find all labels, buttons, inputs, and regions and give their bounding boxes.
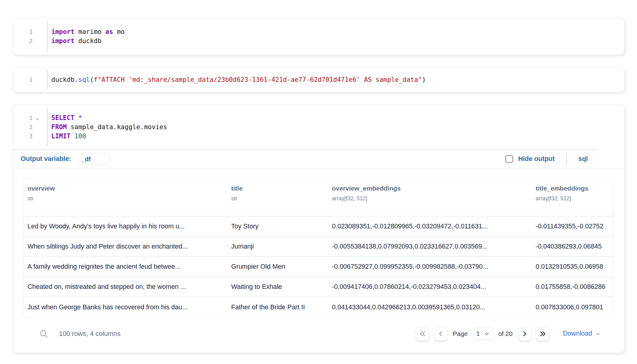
column-type: str [231, 195, 328, 202]
code-line[interactable]: 2import duckdb [13, 36, 624, 46]
table-body: Led by Woody, Andy's toys live happily i… [24, 217, 613, 317]
code-text: LIMIT 100 [47, 132, 86, 141]
line-number: 2 [13, 122, 33, 132]
chevron-left-icon [437, 330, 445, 338]
page-select[interactable]: 1 [473, 328, 493, 340]
code-editor[interactable]: 1import marimo as mo2import duckdb [13, 18, 624, 55]
column-name: title_embeddings [536, 184, 613, 193]
pagination: Page 1 of 20 Download [416, 327, 601, 341]
chevron-right-icon [521, 330, 529, 338]
column-header-title[interactable]: titlestr [227, 179, 328, 216]
table-row: When siblings Judy and Peter discover an… [24, 237, 613, 257]
code-cell-attach: 1duckdb.sql(f"ATTACH 'md:_share/sample_d… [12, 67, 625, 92]
fold-chevron-icon[interactable] [33, 115, 47, 122]
download-label: Download [563, 330, 592, 337]
table-row: Just when George Banks has recovered fro… [24, 297, 613, 317]
column-name: title [231, 184, 328, 193]
code-editor[interactable]: 1duckdb.sql(f"ATTACH 'md:_share/sample_d… [13, 67, 624, 92]
code-editor[interactable]: 1SELECT *2FROM sample_data.kaggle.movies… [13, 105, 624, 149]
page-select-value: 1 [476, 330, 480, 337]
table-cell: 0.023089351,-0.012809965,-0.03209472,-0.… [328, 223, 532, 230]
code-line[interactable]: 2FROM sample_data.kaggle.movies [13, 122, 624, 132]
line-number: 1 [13, 27, 33, 36]
code-text: duckdb.sql(f"ATTACH 'md:_share/sample_da… [47, 75, 426, 84]
chevron-down-icon [484, 331, 490, 337]
table-cell: -0.011439355,-0.02752 [532, 223, 613, 230]
line-number: 1 [13, 113, 33, 122]
chevrons-left-icon [419, 330, 427, 338]
table-cell: Cheated on, mistreated and stepped on, t… [24, 283, 227, 291]
table-cell: Waiting to Exhale [227, 283, 328, 291]
dataframe-table: overviewstrtitlestroverview_embeddingsar… [23, 179, 613, 318]
cell-output-area: overviewstrtitlestroverview_embeddingsar… [13, 169, 624, 353]
code-line[interactable]: 1duckdb.sql(f"ATTACH 'md:_share/sample_d… [13, 75, 624, 84]
page-count-label: of 20 [498, 330, 513, 337]
output-variable-label: Output variable: [21, 155, 71, 163]
table-header-row: overviewstrtitlestroverview_embeddingsar… [24, 179, 613, 217]
table-cell: Father of the Bride Part II [227, 304, 328, 311]
column-type: array[f32, 512] [536, 195, 613, 202]
table-row: Led by Woody, Andy's toys live happily i… [24, 217, 613, 237]
page-label: Page [453, 330, 468, 337]
output-variable-input[interactable] [77, 153, 110, 165]
table-cell: Just when George Banks has recovered fro… [24, 304, 227, 311]
code-text: SELECT * [47, 113, 82, 122]
table-cell: 0.0132910535,0.06958 [532, 263, 613, 271]
table-row: A family wedding reignites the ancient f… [24, 257, 613, 277]
code-text: import duckdb [47, 36, 101, 46]
prev-page-button[interactable] [434, 327, 448, 341]
table-footer-left: 100 rows, 4 columns [39, 329, 121, 338]
code-text: import marimo as mo [47, 27, 125, 36]
table-cell: Jumanji [227, 243, 328, 250]
line-number: 2 [13, 36, 33, 46]
table-cell: Led by Woody, Andy's toys live happily i… [24, 223, 227, 230]
table-cell: A family wedding reignites the ancient f… [24, 263, 227, 271]
column-name: overview [27, 184, 227, 193]
table-cell: When siblings Judy and Peter discover an… [24, 243, 227, 250]
table-cell: Toy Story [227, 223, 328, 230]
next-page-button[interactable] [518, 327, 532, 341]
sql-cell: 1SELECT *2FROM sample_data.kaggle.movies… [12, 104, 625, 353]
code-line[interactable]: 1SELECT * [13, 113, 624, 122]
output-variable-bar: Output variable: Hide output sql [13, 150, 624, 168]
table-summary: 100 rows, 4 columns [59, 330, 121, 338]
hide-output-label: Hide output [518, 155, 555, 163]
line-number: 1 [13, 75, 33, 84]
gutter-divider [47, 21, 48, 52]
table-cell: 0.01755858,-0.0086286 [532, 283, 613, 291]
table-cell: 0.041433044,0.042966213,0.0039591365,0.0… [328, 304, 532, 311]
table-cell: -0.009417406,0.07860214,-0.023279453,0.0… [328, 283, 532, 291]
notebook-page: 1import marimo as mo2import duckdb 1duck… [0, 0, 637, 353]
output-options-group: Hide output sql [505, 153, 588, 166]
gutter-divider [47, 107, 48, 147]
download-button[interactable]: Download [563, 330, 601, 337]
code-line[interactable]: 3LIMIT 100 [13, 132, 624, 141]
column-header-overview_embeddings[interactable]: overview_embeddingsarray[f32, 512] [328, 179, 532, 216]
gutter-divider [47, 70, 48, 89]
table-footer: 100 rows, 4 columns Page 1 of 20 [23, 318, 615, 353]
vertical-divider [566, 153, 567, 166]
search-icon[interactable] [39, 329, 48, 338]
code-line[interactable]: 1import marimo as mo [13, 27, 624, 36]
column-type: str [27, 195, 227, 202]
column-type: array[f32, 512] [332, 195, 532, 202]
first-page-button[interactable] [416, 327, 430, 341]
table-cell: 0.007833006,0.097801 [532, 304, 613, 311]
column-header-title_embeddings[interactable]: title_embeddingsarray[f32, 512] [532, 179, 613, 216]
table-cell: -0.040386293,0.06845 [532, 243, 613, 250]
code-cell-imports: 1import marimo as mo2import duckdb [12, 18, 625, 55]
chevrons-right-icon [539, 330, 547, 338]
output-variable-group: Output variable: [21, 153, 110, 165]
line-number: 3 [13, 132, 33, 141]
column-header-overview[interactable]: overviewstr [24, 179, 227, 216]
chevron-down-icon [595, 331, 601, 337]
column-name: overview_embeddings [332, 184, 532, 193]
table-row: Cheated on, mistreated and stepped on, t… [24, 277, 613, 297]
code-text: FROM sample_data.kaggle.movies [47, 122, 167, 132]
hide-output-checkbox[interactable] [505, 155, 513, 163]
table-cell: -0.0055384138,0.07992093,0.023316627,0.0… [328, 243, 532, 250]
cell-language-label[interactable]: sql [578, 155, 588, 163]
table-cell: Grumpier Old Men [227, 263, 328, 271]
last-page-button[interactable] [536, 327, 550, 341]
table-cell: -0.006752927,0.099952355,-0.009982588,-0… [328, 263, 532, 271]
